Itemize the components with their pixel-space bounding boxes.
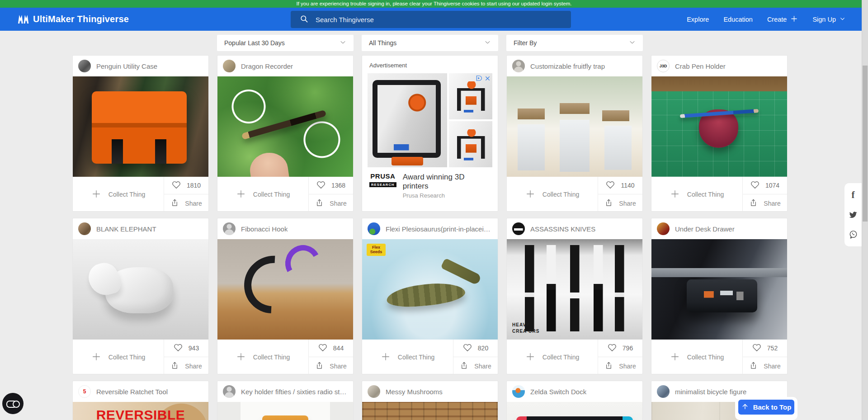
thing-title[interactable]: Crab Pen Holder: [675, 62, 726, 70]
thing-thumbnail[interactable]: [507, 402, 642, 420]
thing-card: ASSASSINS KNIVES HEAVY CREA ORS Collect …: [506, 218, 643, 374]
share-button[interactable]: Share: [309, 194, 353, 212]
collect-thing-button[interactable]: Collect Thing: [73, 340, 164, 374]
thing-thumbnail[interactable]: REVERSIBLE: [73, 402, 208, 420]
thing-thumbnail[interactable]: [507, 76, 642, 177]
whatsapp-share-button[interactable]: [849, 230, 858, 239]
share-button[interactable]: Share: [164, 357, 208, 374]
like-button[interactable]: 844: [309, 340, 353, 357]
collect-thing-button[interactable]: Collect Thing: [507, 340, 598, 374]
thing-thumbnail[interactable]: [73, 76, 208, 177]
thing-card: BLANK ELEPHANT Collect Thing 943 Share: [72, 218, 209, 374]
creator-avatar[interactable]: [223, 60, 236, 72]
adchoices-icon[interactable]: [476, 75, 482, 82]
creator-avatar[interactable]: [512, 222, 525, 235]
twitter-share-button[interactable]: [849, 210, 858, 219]
search-bar[interactable]: [291, 11, 571, 28]
like-button[interactable]: 1810: [164, 177, 208, 194]
thing-title[interactable]: Flexi Plesiosaurus(print-in-placeiosauru…: [386, 225, 492, 233]
ad-image-printer-small-2[interactable]: [449, 121, 492, 167]
filter-bar: Popular Last 30 Days All Things Filter B…: [217, 35, 868, 51]
share-button[interactable]: Share: [309, 357, 353, 374]
nav-create[interactable]: Create: [767, 15, 798, 24]
thing-title[interactable]: Messy Mushrooms: [386, 388, 443, 396]
thing-thumbnail[interactable]: [217, 402, 353, 420]
creator-avatar[interactable]: [512, 60, 525, 72]
ad-image-printer-enclosed[interactable]: [368, 73, 447, 167]
nav-sign-up[interactable]: Sign Up: [812, 16, 845, 23]
thing-thumbnail[interactable]: [217, 76, 353, 177]
category-dropdown[interactable]: All Things: [362, 35, 498, 51]
thing-thumbnail[interactable]: [651, 76, 787, 177]
collect-label: Collect Thing: [687, 191, 724, 198]
thing-thumbnail[interactable]: Flex Seeds: [362, 239, 498, 340]
thing-thumbnail[interactable]: [362, 402, 498, 420]
creator-avatar[interactable]: [78, 222, 91, 235]
collect-thing-button[interactable]: Collect Thing: [217, 340, 308, 374]
thing-title[interactable]: Under Desk Drawer: [675, 225, 735, 233]
share-button[interactable]: Share: [598, 194, 642, 212]
share-button[interactable]: Share: [164, 194, 208, 212]
like-button[interactable]: 1074: [743, 177, 787, 194]
like-button[interactable]: 752: [743, 340, 787, 357]
card-actions: 943 Share: [164, 340, 208, 374]
creator-avatar[interactable]: [512, 385, 525, 398]
creator-avatar[interactable]: [223, 385, 236, 398]
thing-thumbnail[interactable]: [651, 239, 787, 340]
like-button[interactable]: 796: [598, 340, 642, 357]
like-button[interactable]: 943: [164, 340, 208, 357]
heart-icon: [750, 180, 760, 191]
share-icon: [749, 361, 758, 371]
share-button[interactable]: Share: [743, 357, 787, 374]
share-button[interactable]: Share: [598, 357, 642, 374]
nav-explore[interactable]: Explore: [687, 16, 709, 23]
like-button[interactable]: 1368: [309, 177, 353, 194]
share-button[interactable]: Share: [453, 357, 498, 374]
facebook-share-button[interactable]: f: [852, 190, 855, 200]
creator-avatar[interactable]: [78, 60, 91, 72]
collect-thing-button[interactable]: Collect Thing: [651, 340, 742, 374]
ad-close-icon[interactable]: [485, 76, 491, 82]
creator-avatar[interactable]: [368, 222, 380, 235]
thing-thumbnail[interactable]: HEAVY CREA ORS: [507, 239, 642, 340]
collect-label: Collect Thing: [253, 191, 290, 198]
thing-title[interactable]: Fibonacci Hook: [241, 225, 288, 233]
sort-dropdown[interactable]: Popular Last 30 Days: [217, 35, 354, 51]
nav-education[interactable]: Education: [723, 16, 753, 23]
thing-title[interactable]: Penguin Utility Case: [96, 62, 157, 70]
creator-avatar[interactable]: 5: [78, 385, 91, 398]
creator-avatar[interactable]: [657, 385, 670, 398]
ad-headline[interactable]: Award winning 3D printers: [403, 173, 491, 190]
thing-thumbnail[interactable]: [217, 239, 353, 340]
collect-thing-button[interactable]: Collect Thing: [651, 177, 742, 212]
thing-title[interactable]: Dragon Recorder: [241, 62, 293, 70]
thing-title[interactable]: Zelda Switch Dock: [530, 388, 586, 396]
share-button[interactable]: Share: [743, 194, 787, 212]
thingiverse-logo[interactable]: UltiMaker Thingiverse: [18, 14, 129, 24]
like-button[interactable]: 820: [453, 340, 498, 357]
thing-title[interactable]: minimalist bicycle figure: [675, 388, 746, 396]
collect-thing-button[interactable]: Collect Thing: [507, 177, 598, 212]
creator-avatar[interactable]: [223, 222, 236, 235]
creator-avatar[interactable]: J3D: [657, 60, 670, 72]
like-button[interactable]: 1140: [598, 177, 642, 194]
like-count: 1074: [765, 182, 779, 189]
thing-title[interactable]: Customizable fruitfly trap: [530, 62, 605, 70]
scrollbar-thumb[interactable]: [863, 66, 868, 222]
ad-creative[interactable]: [368, 73, 492, 167]
thing-title[interactable]: Reversible Ratchet Tool: [96, 388, 168, 396]
collect-thing-button[interactable]: Collect Thing: [217, 177, 308, 212]
filter-by-dropdown[interactable]: Filter By: [506, 35, 643, 51]
thing-title[interactable]: ASSASSINS KNIVES: [530, 225, 595, 233]
cookie-settings-button[interactable]: [2, 393, 24, 414]
search-input[interactable]: [315, 15, 552, 24]
creator-avatar[interactable]: [657, 222, 670, 235]
thing-title[interactable]: BLANK ELEPHANT: [96, 225, 156, 233]
back-to-top-button[interactable]: Back to Top: [738, 400, 794, 415]
thing-title[interactable]: Key holder fifties / sixties radio style: [241, 388, 348, 396]
page-scrollbar[interactable]: [862, 0, 868, 420]
collect-thing-button[interactable]: Collect Thing: [73, 177, 164, 212]
creator-avatar[interactable]: [368, 385, 380, 398]
collect-thing-button[interactable]: Collect Thing: [362, 340, 453, 374]
thing-thumbnail[interactable]: [73, 239, 208, 340]
